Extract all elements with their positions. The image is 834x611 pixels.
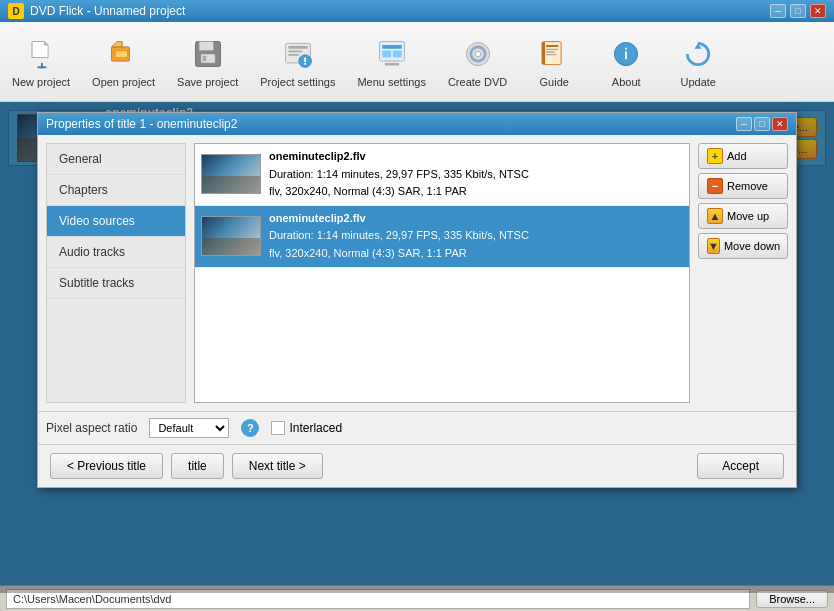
title-bar: D DVD Flick - Unnamed project ─ □ ✕ — [0, 0, 834, 22]
move-up-label: Move up — [727, 210, 769, 222]
save-project-icon — [190, 36, 226, 72]
nav-item-video-sources[interactable]: Video sources — [47, 206, 185, 237]
interlaced-label: Interlaced — [289, 421, 342, 435]
dialog-minimize-button[interactable]: ─ — [736, 117, 752, 131]
remove-label: Remove — [727, 180, 768, 192]
svg-rect-28 — [546, 45, 558, 47]
save-project-label: Save project — [177, 76, 238, 88]
add-btn-icon: + — [707, 148, 723, 164]
remove-btn-icon: − — [707, 178, 723, 194]
create-dvd-icon — [460, 36, 496, 72]
new-project-label: New project — [12, 76, 70, 88]
move-up-icon: ▲ — [707, 208, 723, 224]
svg-rect-11 — [202, 55, 206, 60]
move-down-button[interactable]: ▼ Move down — [698, 233, 788, 259]
sidebar-nav: General Chapters Video sources Audio tra… — [46, 143, 186, 403]
content-area: oneminuteclip2 C:\downloads\oneminutecli… — [0, 102, 834, 585]
par-label: Pixel aspect ratio — [46, 421, 137, 435]
next-title-button[interactable]: Next title > — [232, 453, 323, 479]
toolbar-item-open-project[interactable]: Open project — [82, 26, 165, 97]
video-item-1[interactable]: oneminuteclip2.flv Duration: 1:14 minute… — [195, 144, 689, 206]
video-thumb-1 — [201, 154, 261, 194]
video-filename-1: oneminuteclip2.flv — [269, 148, 683, 166]
dialog-title: Properties of title 1 - oneminuteclip2 — [46, 117, 237, 131]
add-label: Add — [727, 150, 747, 162]
toolbar-item-new-project[interactable]: New project — [2, 26, 80, 97]
svg-rect-34 — [625, 51, 627, 59]
dialog-body: General Chapters Video sources Audio tra… — [38, 135, 796, 411]
move-up-button[interactable]: ▲ Move up — [698, 203, 788, 229]
svg-marker-6 — [111, 41, 122, 46]
svg-rect-29 — [546, 48, 558, 49]
svg-rect-18 — [304, 62, 306, 64]
create-dvd-label: Create DVD — [448, 76, 507, 88]
accept-button[interactable]: Accept — [697, 453, 784, 479]
menu-settings-label: Menu settings — [357, 76, 425, 88]
svg-rect-20 — [382, 45, 402, 49]
svg-rect-31 — [546, 54, 557, 55]
remove-button[interactable]: − Remove — [698, 173, 788, 199]
project-settings-label: Project settings — [260, 76, 335, 88]
svg-rect-23 — [385, 62, 399, 65]
guide-label: Guide — [540, 76, 569, 88]
add-button[interactable]: + Add — [698, 143, 788, 169]
window-title: DVD Flick - Unnamed project — [30, 4, 185, 18]
properties-dialog: Properties of title 1 - oneminuteclip2 ─… — [37, 112, 797, 488]
svg-rect-30 — [546, 51, 555, 52]
svg-rect-14 — [288, 50, 302, 52]
dialog-right-buttons: + Add − Remove ▲ Move up ▼ — [698, 143, 788, 403]
update-label: Update — [680, 76, 715, 88]
video-list: oneminuteclip2.flv Duration: 1:14 minute… — [194, 143, 690, 403]
prev-title-button[interactable]: < Previous title — [50, 453, 163, 479]
dialog-close-button[interactable]: ✕ — [772, 117, 788, 131]
toolbar-item-menu-settings[interactable]: Menu settings — [347, 26, 435, 97]
about-label: About — [612, 76, 641, 88]
move-down-icon: ▼ — [707, 238, 720, 254]
video-info-1: oneminuteclip2.flv Duration: 1:14 minute… — [269, 148, 683, 201]
nav-item-audio-tracks[interactable]: Audio tracks — [47, 237, 185, 268]
maximize-button[interactable]: □ — [790, 4, 806, 18]
svg-rect-27 — [544, 41, 562, 64]
app-icon: D — [8, 3, 24, 19]
dialog-titlebar-controls: ─ □ ✕ — [736, 117, 788, 131]
svg-rect-17 — [304, 57, 306, 61]
nav-item-chapters[interactable]: Chapters — [47, 175, 185, 206]
toolbar-item-save-project[interactable]: Save project — [167, 26, 248, 97]
menu-settings-icon — [374, 36, 410, 72]
dialog-footer: < Previous title title Next title > Acce… — [38, 444, 796, 487]
svg-point-26 — [475, 51, 480, 56]
par-select[interactable]: Default 1:1 16:11 40:33 — [149, 418, 229, 438]
video-line2-2: flv, 320x240, Normal (4:3) SAR, 1:1 PAR — [269, 245, 683, 263]
dialog-main: oneminuteclip2.flv Duration: 1:14 minute… — [194, 143, 690, 403]
about-icon — [608, 36, 644, 72]
dialog-maximize-button[interactable]: □ — [754, 117, 770, 131]
svg-rect-9 — [199, 41, 213, 50]
nav-item-subtitle-tracks[interactable]: Subtitle tracks — [47, 268, 185, 299]
toolbar-item-guide[interactable]: Guide — [519, 26, 589, 97]
toolbar-item-project-settings[interactable]: Project settings — [250, 26, 345, 97]
par-help-button[interactable]: ? — [241, 419, 259, 437]
title-bar-left: D DVD Flick - Unnamed project — [8, 3, 185, 19]
guide-icon — [536, 36, 572, 72]
svg-rect-7 — [115, 50, 127, 57]
svg-rect-35 — [625, 47, 627, 49]
interlaced-checkbox[interactable] — [271, 421, 285, 435]
interlaced-check: Interlaced — [271, 421, 342, 435]
toolbar-item-update[interactable]: Update — [663, 26, 733, 97]
svg-rect-22 — [393, 50, 402, 57]
svg-rect-21 — [382, 50, 391, 57]
close-button[interactable]: ✕ — [810, 4, 826, 18]
title-bar-controls: ─ □ ✕ — [770, 4, 826, 18]
open-project-label: Open project — [92, 76, 155, 88]
video-item-2[interactable]: oneminuteclip2.flv Duration: 1:14 minute… — [195, 206, 689, 268]
app-window: New project Open project — [0, 22, 834, 611]
toolbar-item-create-dvd[interactable]: Create DVD — [438, 26, 517, 97]
minimize-button[interactable]: ─ — [770, 4, 786, 18]
toolbar-item-about[interactable]: About — [591, 26, 661, 97]
nav-item-general[interactable]: General — [47, 144, 185, 175]
dialog-titlebar: Properties of title 1 - oneminuteclip2 ─… — [38, 113, 796, 135]
title-button[interactable]: title — [171, 453, 224, 479]
video-line2-1: flv, 320x240, Normal (4:3) SAR, 1:1 PAR — [269, 183, 683, 201]
open-project-icon — [106, 36, 142, 72]
video-line1-2: Duration: 1:14 minutes, 29,97 FPS, 335 K… — [269, 227, 683, 245]
